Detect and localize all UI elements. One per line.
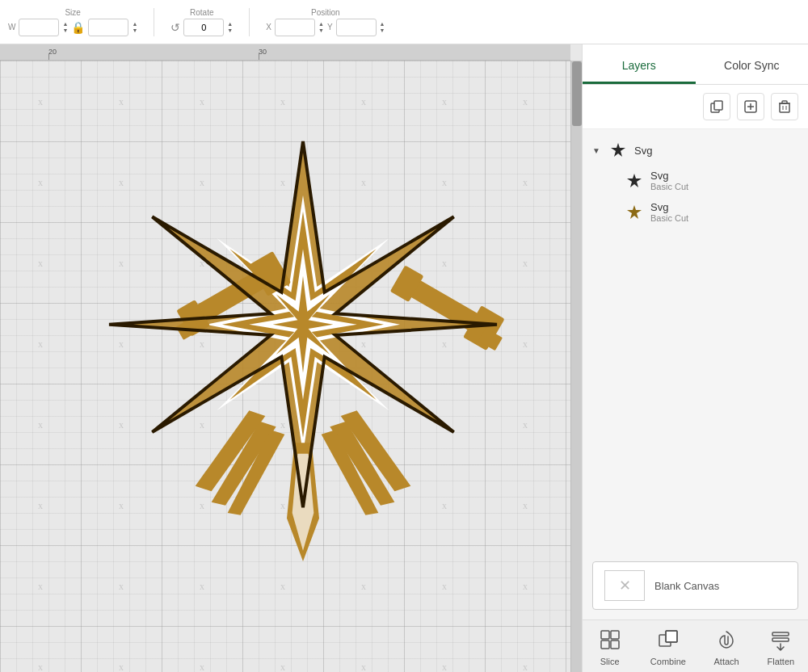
add-button[interactable] xyxy=(737,93,764,120)
width-spinner[interactable]: ▲▼ xyxy=(62,21,68,33)
right-panel: Layers Color Sync xyxy=(582,44,808,672)
height-spinner[interactable]: ▲▼ xyxy=(132,21,137,33)
height-input[interactable] xyxy=(88,19,128,36)
layer-child-1-icon xyxy=(625,171,644,191)
scrollbar-vertical[interactable] xyxy=(570,61,582,672)
panel-toolbar xyxy=(583,85,808,129)
combine-label: Combine xyxy=(650,657,686,666)
ruler-top: 20 30 xyxy=(0,44,570,61)
delete-button[interactable] xyxy=(771,93,798,120)
x-spinner[interactable]: ▲▼ xyxy=(318,21,324,33)
layer-group-svg: ▼ Svg xyxy=(583,136,808,228)
layer-child-1[interactable]: Svg Basic Cut xyxy=(583,165,808,196)
layer-child-2-info: Svg Basic Cut xyxy=(650,201,798,223)
svg-rect-23 xyxy=(601,640,609,649)
layer-parent-icon xyxy=(608,141,628,160)
ruler-mark-30: 30 xyxy=(259,48,267,56)
svg-rect-22 xyxy=(611,631,619,639)
flatten-icon xyxy=(767,626,794,653)
combine-icon xyxy=(654,626,682,653)
lock-icon: 🔒 xyxy=(71,21,85,34)
size-group: Size W ▲▼ 🔒 ▲▼ xyxy=(8,8,137,36)
blank-canvas-preview: ✕ xyxy=(604,570,645,601)
slice-icon xyxy=(596,626,624,653)
divider-2 xyxy=(249,8,250,36)
flatten-label: Flatten xyxy=(768,657,795,666)
svg-rect-13 xyxy=(780,103,789,112)
attach-action[interactable]: Attach xyxy=(713,626,740,666)
rotate-group: Rotate ↺ ▲▼ xyxy=(170,8,233,36)
divider-1 xyxy=(154,8,154,36)
svg-rect-28 xyxy=(772,632,789,636)
blank-canvas-box[interactable]: ✕ Blank Canvas xyxy=(592,561,798,610)
toolbar: Size W ▲▼ 🔒 ▲▼ Rotate ↺ ▲▼ Position X ▲▼… xyxy=(0,0,808,44)
rotate-label: Rotate xyxy=(190,8,213,17)
chevron-icon: ▼ xyxy=(592,146,602,155)
blank-canvas-x-icon: ✕ xyxy=(619,577,631,594)
svg-rect-26 xyxy=(666,631,677,642)
layer-parent-info: Svg xyxy=(634,145,798,157)
duplicate-button[interactable] xyxy=(703,93,730,120)
layer-child-1-name: Svg xyxy=(650,170,798,182)
layer-child-1-info: Svg Basic Cut xyxy=(650,170,798,191)
svg-marker-18 xyxy=(611,143,625,157)
rotate-icon[interactable]: ↺ xyxy=(170,21,180,34)
position-group: Position X ▲▼ Y ▲▼ xyxy=(266,8,385,36)
bottom-bar: Slice Combine Attach xyxy=(583,620,808,672)
slice-label: Slice xyxy=(600,657,620,666)
ruler-mark-20: 20 xyxy=(48,48,57,56)
rotate-input[interactable] xyxy=(183,19,224,36)
layer-child-1-sub: Basic Cut xyxy=(650,182,798,191)
x-label: X xyxy=(266,23,271,32)
tab-color-sync[interactable]: Color Sync xyxy=(696,44,809,84)
layer-child-2-name: Svg xyxy=(650,201,798,213)
ruler-inner: 20 30 xyxy=(0,44,570,60)
y-input[interactable] xyxy=(336,19,377,36)
y-spinner[interactable]: ▲▼ xyxy=(380,21,385,33)
panel-tabs: Layers Color Sync xyxy=(583,44,808,85)
svg-marker-19 xyxy=(627,174,642,187)
position-label: Position xyxy=(311,8,340,17)
flatten-action[interactable]: Flatten xyxy=(767,626,794,666)
svg-marker-20 xyxy=(627,205,642,219)
svg-rect-21 xyxy=(601,631,609,639)
svg-rect-9 xyxy=(714,101,722,110)
attach-label: Attach xyxy=(714,657,739,666)
grid-canvas[interactable]: .gold-fill { fill: #B8882A; } .gold-stro… xyxy=(0,61,570,672)
layer-parent-svg[interactable]: ▼ Svg xyxy=(583,136,808,165)
layer-child-2[interactable]: Svg Basic Cut xyxy=(583,196,808,228)
combine-action[interactable]: Combine xyxy=(650,626,686,666)
layers-list: ▼ Svg xyxy=(583,129,808,552)
main-area: 20 30 .gold-fill { fill: #B8882A; } .gol… xyxy=(0,44,808,672)
layer-parent-name: Svg xyxy=(634,145,798,157)
svg-rect-24 xyxy=(611,640,619,649)
blank-canvas-area: ✕ Blank Canvas xyxy=(583,552,808,620)
position-inputs: X ▲▼ Y ▲▼ xyxy=(266,19,385,36)
w-label: W xyxy=(8,23,15,32)
size-label: Size xyxy=(65,8,80,17)
svg-rect-15 xyxy=(782,101,787,103)
x-input[interactable] xyxy=(275,19,315,36)
size-inputs: W ▲▼ 🔒 ▲▼ xyxy=(8,19,137,36)
tab-layers[interactable]: Layers xyxy=(583,44,696,84)
design-svg: .gold-fill { fill: #B8882A; } .gold-stro… xyxy=(81,109,525,594)
scrollbar-thumb[interactable] xyxy=(572,61,582,126)
slice-action[interactable]: Slice xyxy=(596,626,624,666)
layer-child-2-sub: Basic Cut xyxy=(650,213,798,223)
layer-child-2-icon xyxy=(625,203,644,222)
blank-canvas-label: Blank Canvas xyxy=(654,580,719,592)
svg-rect-29 xyxy=(772,638,789,641)
width-input[interactable] xyxy=(19,19,59,36)
attach-icon xyxy=(713,626,740,653)
rotate-spinner[interactable]: ▲▼ xyxy=(227,21,233,33)
rotate-inputs: ↺ ▲▼ xyxy=(170,19,233,36)
canvas-area[interactable]: 20 30 .gold-fill { fill: #B8882A; } .gol… xyxy=(0,44,582,672)
y-label: Y xyxy=(327,23,333,32)
